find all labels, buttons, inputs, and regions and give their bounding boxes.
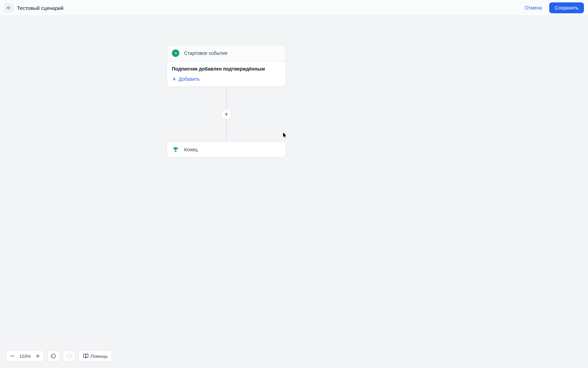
- help-button-group: Помощь: [79, 350, 112, 362]
- end-node-header: Конец: [167, 142, 285, 157]
- end-node[interactable]: Конец: [167, 141, 286, 158]
- book-icon: [83, 353, 88, 359]
- connector: [226, 87, 227, 141]
- trophy-icon: [172, 146, 179, 153]
- undo-icon: [51, 353, 56, 359]
- undo-button[interactable]: [48, 351, 59, 362]
- zoom-controls: 103%: [6, 350, 44, 362]
- redo-button: [63, 351, 75, 362]
- bottom-toolbar: 103%: [6, 350, 112, 362]
- redo-button-group: [63, 350, 75, 362]
- header-left: Тестовый сценарий: [4, 3, 64, 13]
- plus-icon: [172, 77, 177, 81]
- page-title: Тестовый сценарий: [17, 5, 64, 11]
- start-event-text: Подписчик добавлен подтверждённым: [172, 66, 281, 72]
- start-node-header: Стартовое событие: [167, 45, 285, 61]
- header-right: Отмена Сохранить: [522, 2, 584, 13]
- header: Тестовый сценарий Отмена Сохранить: [0, 0, 588, 16]
- cancel-button[interactable]: Отмена: [522, 3, 544, 13]
- play-icon: [172, 49, 179, 57]
- plus-icon: [35, 353, 40, 359]
- cursor-icon: [283, 133, 287, 138]
- flow-container: Стартовое событие Подписчик добавлен под…: [167, 45, 286, 158]
- zoom-in-button[interactable]: [32, 351, 44, 362]
- add-condition-button[interactable]: Добавить: [172, 76, 281, 82]
- back-button[interactable]: [4, 3, 14, 13]
- add-condition-label: Добавить: [179, 76, 200, 82]
- canvas[interactable]: Стартовое событие Подписчик добавлен под…: [0, 16, 588, 368]
- help-label: Помощь: [91, 354, 108, 359]
- start-node-body: Подписчик добавлен подтверждённым Добави…: [167, 61, 285, 87]
- arrow-left-icon: [6, 5, 12, 11]
- minus-icon: [10, 353, 15, 359]
- save-button[interactable]: Сохранить: [549, 2, 584, 13]
- zoom-level: 103%: [18, 354, 32, 359]
- start-node[interactable]: Стартовое событие Подписчик добавлен под…: [167, 45, 286, 87]
- undo-button-group: [47, 350, 60, 362]
- zoom-out-button[interactable]: [6, 351, 18, 362]
- redo-icon: [66, 353, 72, 359]
- start-node-title: Стартовое событие: [184, 50, 227, 56]
- plus-icon: [224, 112, 229, 117]
- end-node-title: Конец: [184, 147, 197, 152]
- help-button[interactable]: Помощь: [79, 351, 112, 362]
- add-node-button[interactable]: [221, 109, 232, 120]
